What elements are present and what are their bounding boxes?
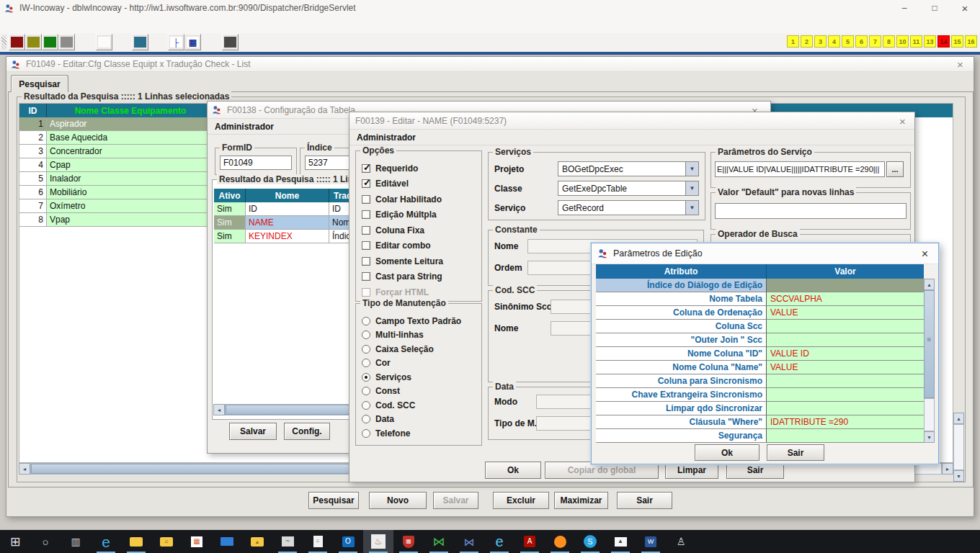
- checkbox-icon[interactable]: [362, 226, 370, 235]
- parametros-servico-field[interactable]: E|||VALUE ID|VALUE|||||IDATTRIBUTE =290|…: [715, 161, 885, 177]
- start-button[interactable]: ⊞: [0, 530, 30, 553]
- f01049-close-icon[interactable]: ×: [954, 58, 966, 71]
- radio-row[interactable]: Cor: [356, 356, 481, 371]
- chevron-down-icon[interactable]: ▼: [685, 200, 699, 215]
- swatch-gray[interactable]: [58, 34, 75, 50]
- radio-row[interactable]: Caixa Seleção: [356, 342, 481, 356]
- checkbox-icon[interactable]: [362, 179, 370, 188]
- attribute-value-cell[interactable]: [767, 388, 924, 402]
- checkbox-icon[interactable]: [362, 164, 370, 173]
- quick-tab-button[interactable]: 13: [924, 35, 936, 48]
- maximize-button[interactable]: □: [919, 0, 950, 16]
- firefox-icon[interactable]: [545, 530, 575, 553]
- column-header-atributo[interactable]: Atributo: [596, 264, 767, 279]
- radio-icon[interactable]: [362, 429, 370, 438]
- menu-administrador[interactable]: Administrador: [215, 122, 274, 132]
- scroll-down-icon[interactable]: ▼: [924, 431, 935, 443]
- quick-tab-button[interactable]: 5: [842, 35, 854, 48]
- visual-studio-blue-icon[interactable]: ⋈: [454, 530, 484, 553]
- display-icon[interactable]: [212, 530, 242, 553]
- attribute-row[interactable]: "Outer Join " Scc: [596, 333, 924, 347]
- minimize-button[interactable]: –: [889, 0, 919, 16]
- option-checkbox-row[interactable]: Colar Habilitado: [356, 192, 481, 207]
- hierarchy-icon[interactable]: ├: [168, 34, 184, 50]
- cortana-icon[interactable]: ○: [30, 530, 61, 553]
- parametros-edicao-close-icon[interactable]: ×: [919, 248, 931, 260]
- menu-item[interactable]: [29, 22, 42, 27]
- checkbox-icon[interactable]: [362, 288, 370, 297]
- checkbox-icon[interactable]: [362, 272, 370, 281]
- attribute-row[interactable]: Limpar qdo Sincronizar: [596, 402, 924, 415]
- swatch-olive[interactable]: [25, 34, 42, 50]
- column-header-valor[interactable]: Valor: [767, 264, 924, 279]
- option-checkbox-row[interactable]: Editar combo: [356, 238, 481, 254]
- java-app-icon[interactable]: ♨: [363, 530, 393, 553]
- scroll-down-icon[interactable]: ▼: [953, 470, 964, 482]
- radio-icon[interactable]: [362, 345, 370, 354]
- parametros-edicao-button[interactable]: Sair: [767, 444, 824, 461]
- task-view-icon[interactable]: ▥: [61, 530, 91, 553]
- attribute-row[interactable]: Nome Coluna "ID" VALUE ID: [596, 347, 924, 361]
- scroll-left-icon[interactable]: ◄: [213, 404, 225, 415]
- scroll-up-icon[interactable]: ▲: [953, 413, 964, 424]
- menu-item[interactable]: [133, 22, 146, 27]
- attribute-row[interactable]: Coluna para Sincronismo: [596, 374, 924, 388]
- attribute-value-cell[interactable]: [767, 402, 924, 415]
- attribute-row[interactable]: Coluna de Ordenação VALUE: [596, 306, 924, 320]
- attribute-row[interactable]: Nome Tabela SCCVALPHA: [596, 292, 924, 306]
- radio-row[interactable]: Telefone: [356, 426, 481, 441]
- security-shield-icon[interactable]: ▦: [393, 530, 424, 553]
- menu-item[interactable]: [107, 22, 120, 27]
- checkbox-icon[interactable]: [362, 241, 370, 250]
- swatch-teal[interactable]: [132, 34, 148, 50]
- attribute-value-cell[interactable]: VALUE: [767, 361, 924, 374]
- radio-icon[interactable]: [362, 317, 370, 325]
- main-vertical-scrollbar[interactable]: ▲ ▼: [953, 413, 964, 482]
- menu-item[interactable]: [94, 22, 107, 27]
- attribute-value-cell[interactable]: [767, 320, 924, 333]
- quick-tab-button[interactable]: 6: [855, 35, 868, 48]
- column-header-name[interactable]: Nome Classe Equipamento: [47, 104, 214, 117]
- main-action-button[interactable]: Pesquisar: [308, 492, 359, 509]
- photos-icon[interactable]: ▲: [605, 530, 636, 553]
- chevron-down-icon[interactable]: ▼: [685, 181, 699, 196]
- system-monitor-icon[interactable]: ~: [272, 530, 303, 553]
- option-checkbox-row[interactable]: Editável: [356, 176, 481, 192]
- scroll-right-icon[interactable]: ►: [942, 463, 953, 475]
- quick-tab-button[interactable]: 4: [828, 35, 840, 48]
- radio-icon[interactable]: [362, 359, 370, 367]
- radio-icon[interactable]: [362, 415, 370, 423]
- radio-icon[interactable]: [362, 387, 370, 395]
- menu-item[interactable]: [55, 22, 68, 27]
- attribute-row[interactable]: Nome Coluna "Name" VALUE: [596, 361, 924, 374]
- quick-tab-button[interactable]: 7: [869, 35, 881, 48]
- attribute-row[interactable]: Chave Extrangeira Sincronismo: [596, 388, 924, 402]
- radio-icon[interactable]: [362, 373, 370, 382]
- menu-item[interactable]: [120, 22, 133, 27]
- column-header-id[interactable]: ID: [19, 104, 47, 117]
- quick-tab-button[interactable]: 2: [801, 35, 813, 48]
- option-checkbox-row[interactable]: Cast para String: [356, 269, 481, 285]
- parametros-edicao-button[interactable]: Ok: [695, 444, 760, 461]
- quick-tab-button[interactable]: 1: [787, 35, 799, 48]
- option-checkbox-row[interactable]: Edição Múltpla: [356, 207, 481, 223]
- main-action-button[interactable]: Maximizar: [554, 492, 608, 509]
- quick-tab-button[interactable]: 14: [937, 35, 950, 48]
- quick-tab-button[interactable]: 10: [896, 35, 909, 48]
- attribute-value-cell[interactable]: [767, 279, 924, 292]
- f00139-button[interactable]: Ok: [485, 462, 541, 479]
- checkbox-icon[interactable]: [362, 195, 370, 204]
- parametros-more-button[interactable]: ...: [886, 161, 904, 177]
- people-icon[interactable]: ♙: [666, 530, 696, 553]
- main-action-button[interactable]: Salvar: [433, 492, 478, 509]
- combo-box[interactable]: GetExeDpcTable ▼: [558, 181, 699, 196]
- attribute-value-cell[interactable]: SCCVALPHA: [767, 292, 924, 306]
- column-header-ativo[interactable]: Ativo: [214, 189, 246, 202]
- quick-tab-button[interactable]: 3: [814, 35, 827, 48]
- attribute-value-cell[interactable]: VALUE: [767, 306, 924, 320]
- radio-row[interactable]: Const: [356, 385, 481, 399]
- quick-tab-button[interactable]: 16: [965, 35, 977, 48]
- option-checkbox-row[interactable]: Coluna Fixa: [356, 222, 481, 238]
- attribute-value-cell[interactable]: [767, 374, 924, 388]
- f00138-button[interactable]: Salvar: [229, 423, 277, 440]
